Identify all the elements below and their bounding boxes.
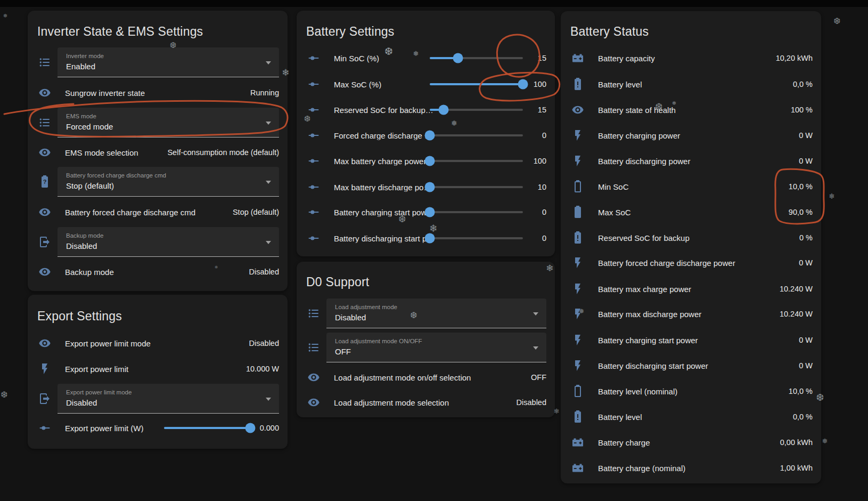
battery-icon [571,206,584,219]
row-battery-charge-nominal[interactable]: Battery charge (nominal)1,00 kWh [561,458,821,478]
slider-knob-export-power-limit-w[interactable] [245,423,256,433]
sensor-value: 0 W [799,131,813,140]
select-value: OFF [335,347,351,356]
slider-knob-forced-charge-discharge-p[interactable] [425,131,435,141]
select-label: Inverter mode [66,53,104,59]
slider-track-forced-charge-discharge-p[interactable] [430,134,523,136]
row-battery-charging-power[interactable]: Battery charging power0 W [561,126,821,145]
chevron-down-icon [266,241,271,244]
slider-value: 0.000 [260,424,279,432]
sensor-value: 0,0 % [793,413,813,421]
row-battery-forced-charge-discharge-cmd[interactable]: Battery forced charge discharge cmdStop … [28,203,288,222]
slider-icon [307,52,320,64]
row-min-soc[interactable]: Min SoC10,0 % [561,177,821,196]
card-battery-settings: Battery SettingsMin SoC (%)15Max SoC (%)… [297,11,555,256]
row-export-power-limit[interactable]: Export power limit10.000 W [28,359,288,378]
select-label: EMS mode [66,113,96,119]
row-battery-forced-charge-discharge-power[interactable]: Battery forced charge discharge power0 W [561,253,821,272]
flash-icon [571,155,584,167]
row-load-adjustment-mode-on-off-selection[interactable]: Load adjustment mode on/off selectionOFF [297,368,555,387]
slider-icon [307,103,320,116]
sensor-value: 100 % [791,106,813,114]
slider-track-min-soc[interactable] [430,57,523,59]
list-icon [38,116,51,129]
sensor-name: Battery discharging start power [598,361,708,370]
slider-icon [38,422,51,434]
battery-outline-icon [571,180,584,193]
select-load-adjustment-mode-on-off[interactable]: Load adjustment mode ON/OFFOFF [326,333,546,362]
card-title-export-settings: Export Settings [37,309,122,324]
battery-alert-icon [571,231,584,244]
slider-knob-min-soc[interactable] [453,53,463,63]
flash-icon [571,282,584,295]
slider-label: Max battery charge power … [334,157,435,166]
slider-track-max-battery-charge-power[interactable] [430,160,523,162]
row-battery-level[interactable]: Battery level0,0 % [561,407,821,426]
sensor-value: 10.240 W [780,285,813,293]
chevron-down-icon [266,122,271,125]
sensor-value: 0 W [799,361,813,370]
slider-icon [307,181,320,193]
select-value: Disabled [335,313,366,322]
select-label: Load adjustment mode [335,304,397,310]
card-title-battery-settings: Battery Settings [306,25,395,39]
card-export-settings: Export SettingsExport power limit modeDi… [28,295,288,449]
row-battery-charging-start-power[interactable]: Battery charging start power0 W [561,330,821,350]
slider-knob-max-battery-charge-power[interactable] [425,156,435,166]
row-battery-level-nominal[interactable]: Battery level (nominal)10,0 % [561,382,821,401]
card-title-inverter-state-ems-settings: Inverter State & EMS Settings [37,25,203,39]
slider-fill [430,83,523,85]
row-battery-level[interactable]: Battery level0,0 % [561,75,821,94]
sensor-name: Max SoC [598,208,631,217]
row-reserved-soc-for-backup[interactable]: Reserved SoC for backup0 % [561,228,821,247]
slider-track-battery-charging-start-pow[interactable] [430,211,523,213]
sensor-name: Battery level [598,80,642,89]
select-inverter-mode[interactable]: Inverter modeEnabled [58,47,279,77]
row-battery-state-of-health[interactable]: Battery state of health100 % [561,100,821,119]
slider-track-battery-discharging-start-p[interactable] [430,237,523,239]
flash-icon [571,359,584,372]
slider-track-export-power-limit-w[interactable] [164,427,250,429]
select-backup-mode[interactable]: Backup modeDisabled [58,227,279,257]
row-ems-mode-selection[interactable]: EMS mode selectionSelf-consumption mode … [28,143,288,162]
slider-track-max-soc[interactable] [430,83,523,85]
row-reserved-soc-for-backup: Reserved SoC for backup (…15 [297,100,555,119]
slider-knob-max-battery-discharge-po[interactable] [425,182,435,192]
row-battery-charge[interactable]: Battery charge0,00 kWh [561,433,821,452]
slider-label: Battery charging start pow… [334,208,435,217]
slider-track-max-battery-discharge-po[interactable] [430,186,523,188]
slider-knob-max-soc[interactable] [518,79,528,90]
slider-knob-battery-discharging-start-p[interactable] [425,233,435,244]
row-export-power-limit-mode[interactable]: Export power limit modeDisabled [28,334,288,353]
sensor-value: 10,0 % [789,182,813,191]
slider-fill [164,427,250,429]
flash-icon [571,129,584,142]
sensor-name: Battery level (nominal) [598,387,677,396]
slider-knob-reserved-soc-for-backup[interactable] [439,105,449,115]
sensor-value: Running [250,88,279,97]
slider-value: 10 [538,183,546,191]
row-battery-max-charge-power[interactable]: Battery max charge power10.240 W [561,279,821,298]
select-ems-mode[interactable]: EMS modeForced mode [58,108,279,138]
row-battery-max-discharge-power[interactable]: Battery max discharge power10.240 W [561,304,821,324]
row-battery-discharging-power[interactable]: Battery discharging power0 W [561,151,821,171]
sensor-name: EMS mode selection [65,148,138,157]
chevron-down-icon [533,346,538,350]
row-sungrow-inverter-state[interactable]: Sungrow inverter stateRunning [28,83,288,102]
sensor-name: Export power limit [65,365,128,374]
eye-icon [307,371,320,384]
sensor-value: 1,00 kWh [780,464,813,472]
row-max-soc[interactable]: Max SoC90,0 % [561,203,821,222]
select-battery-forced-charge-discharge-cmd[interactable]: Battery forced charge discharge cmdStop … [58,167,279,197]
select-export-power-limit-mode[interactable]: Export power limit modeDisabled [58,384,279,414]
slider-knob-battery-charging-start-pow[interactable] [425,207,435,217]
slider-track-reserved-soc-for-backup[interactable] [430,109,523,111]
sensor-value: 90,0 % [789,208,813,216]
row-battery-discharging-start-power[interactable]: Battery discharging start power0 W [561,356,821,375]
sensor-name: Min SoC [598,182,629,191]
select-load-adjustment-mode[interactable]: Load adjustment modeDisabled [326,298,546,328]
row-load-adjustment-mode-selection[interactable]: Load adjustment mode selectionDisabled [297,393,555,412]
row-backup-mode[interactable]: Backup modeDisabled [28,262,288,281]
slider-value: 0 [542,131,546,140]
row-battery-capacity[interactable]: Battery capacity10,20 kWh [561,49,821,68]
